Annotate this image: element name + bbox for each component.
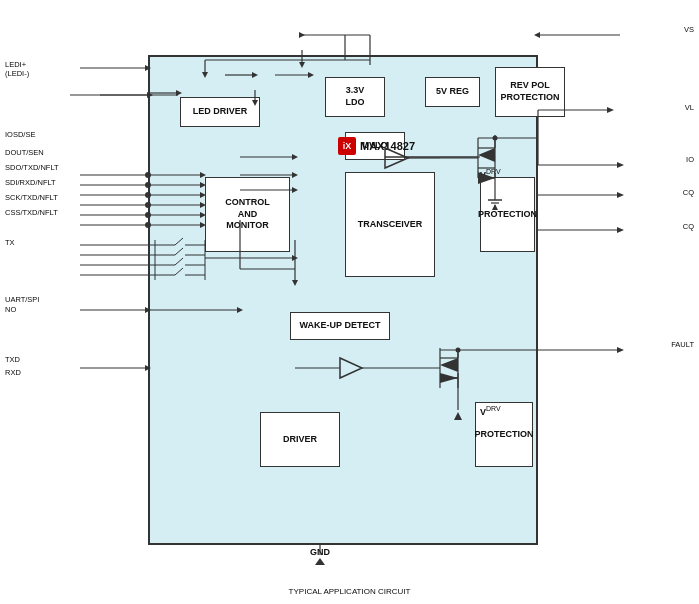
pin-sck: SCK/TXD/NFLT (5, 193, 58, 202)
logo-text: iX (343, 141, 352, 151)
vreg-label: 5V REG (436, 86, 469, 98)
vreg-block: 5V REG (425, 77, 480, 107)
control-monitor-label: CONTROLANDMONITOR (225, 197, 270, 232)
bottom-label: TYPICAL APPLICATION CIRCUIT (289, 587, 411, 596)
diagram-container: LED DRIVER 3.3VLDO 5V REG REV POLPROTECT… (0, 0, 699, 604)
protection-bottom-block: PROTECTION (475, 402, 533, 467)
led-driver-block: LED DRIVER (180, 97, 260, 127)
pin-fault: FAULT (671, 340, 694, 349)
protection-top-block: PROTECTION (480, 177, 535, 252)
pin-css: CSS/TXD/NFLT (5, 208, 58, 217)
control-monitor-block: CONTROLANDMONITOR (205, 177, 290, 252)
led-driver-label: LED DRIVER (193, 106, 248, 118)
wakeup-label: WAKE-UP DETECT (300, 320, 381, 332)
svg-text:GND: GND (310, 547, 331, 557)
pin-sdi: SDI/RXD/NFLT (5, 178, 56, 187)
pin-cq2: CQ (683, 222, 694, 231)
ic-boundary: LED DRIVER 3.3VLDO 5V REG REV POLPROTECT… (148, 55, 538, 545)
right-labels: VS VL IO CQ CQ FAULT (534, 0, 699, 604)
pin-uart: UART/SPI (5, 295, 39, 304)
svg-marker-131 (315, 558, 325, 565)
pin-ledi-plus: LEDI+(LEDI-) (5, 60, 29, 78)
wakeup-block: WAKE-UP DETECT (290, 312, 390, 340)
pin-io: IO (686, 155, 694, 164)
driver-label: DRIVER (283, 434, 317, 446)
pin-vs: VS (684, 25, 694, 34)
ldo-block: 3.3VLDO (325, 77, 385, 117)
protection-bottom-label: PROTECTION (475, 429, 534, 441)
brand-label: iX MAX14827 (338, 137, 415, 155)
transceiver-label: TRANSCEIVER (358, 219, 423, 231)
ldo-label: 3.3VLDO (346, 85, 365, 108)
left-labels: LEDI+(LEDI-) IOSD/SE DOUT/SEN SDO/TXD/NF… (0, 0, 148, 604)
driver-block: DRIVER (260, 412, 340, 467)
pin-cq1: CQ (683, 188, 694, 197)
svg-marker-76 (299, 32, 305, 38)
pin-txd: TXD (5, 355, 20, 364)
transceiver-block: TRANSCEIVER (345, 172, 435, 277)
pin-iosd: IOSD/SE (5, 130, 35, 139)
pin-vl: VL (685, 103, 694, 112)
pin-switch1: TX (5, 238, 15, 247)
maxim-logo: iX (338, 137, 356, 155)
protection-top-label: PROTECTION (478, 209, 537, 221)
pin-no: NO (5, 305, 16, 314)
bottom-label-text: TYPICAL APPLICATION CIRCUIT (289, 587, 411, 596)
chip-name: MAX14827 (360, 140, 415, 152)
pin-sdo: SDO/TXD/NFLT (5, 163, 59, 172)
pin-dout: DOUT/SEN (5, 148, 44, 157)
pin-rxd: RXD (5, 368, 21, 377)
